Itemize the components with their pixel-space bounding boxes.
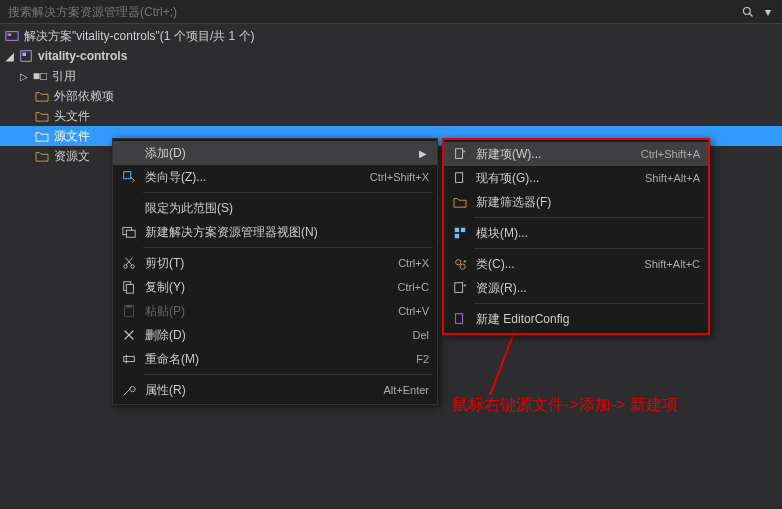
menu-scope-label: 限定为此范围(S) xyxy=(141,200,429,217)
folder-icon xyxy=(34,108,50,124)
resource-icon xyxy=(448,280,472,296)
expander-icon[interactable]: ▷ xyxy=(18,70,30,82)
svg-rect-8 xyxy=(126,230,135,237)
submenu-class[interactable]: 类(C)... Shift+Alt+C xyxy=(444,252,708,276)
menu-cut-label: 剪切(T) xyxy=(141,255,386,272)
search-icon[interactable] xyxy=(738,2,758,22)
submenu-module[interactable]: 模块(M)... xyxy=(444,221,708,245)
module-icon xyxy=(448,225,472,241)
svg-rect-20 xyxy=(461,228,465,232)
new-view-icon xyxy=(117,224,141,240)
menu-new-view[interactable]: 新建解决方案资源管理器视图(N) xyxy=(113,220,437,244)
menu-copy[interactable]: 复制(Y) Ctrl+C xyxy=(113,275,437,299)
menu-rename[interactable]: 重命名(M) F2 xyxy=(113,347,437,371)
shortcut: F2 xyxy=(404,353,429,365)
solution-node[interactable]: 解决方案"vitality-controls"(1 个项目/共 1 个) xyxy=(0,26,782,46)
svg-rect-3 xyxy=(8,33,12,36)
svg-point-9 xyxy=(124,265,128,269)
context-menu: 添加(D) ▶ 类向导(Z)... Ctrl+Shift+X 限定为此范围(S)… xyxy=(112,138,438,405)
menu-copy-label: 复制(Y) xyxy=(141,279,386,296)
menu-separator xyxy=(143,192,433,193)
shortcut: Shift+Alt+C xyxy=(632,258,700,270)
menu-separator xyxy=(474,217,704,218)
search-dropdown-icon[interactable]: ▾ xyxy=(758,2,778,22)
menu-separator xyxy=(474,303,704,304)
menu-properties-label: 属性(R) xyxy=(141,382,371,399)
submenu-resource-label: 资源(R)... xyxy=(472,280,700,297)
headers-label: 头文件 xyxy=(54,108,90,125)
project-label: vitality-controls xyxy=(38,49,127,63)
submenu-resource[interactable]: 资源(R)... xyxy=(444,276,708,300)
headers-node[interactable]: 头文件 xyxy=(0,106,782,126)
submenu-new-item[interactable]: 新建项(W)... Ctrl+Shift+A xyxy=(444,142,708,166)
menu-properties[interactable]: 属性(R) Alt+Enter xyxy=(113,378,437,402)
paste-icon xyxy=(117,303,141,319)
svg-rect-12 xyxy=(126,284,133,293)
menu-scope-to-this[interactable]: 限定为此范围(S) xyxy=(113,196,437,220)
menu-delete-label: 删除(D) xyxy=(141,327,400,344)
svg-rect-18 xyxy=(456,173,463,183)
menu-delete[interactable]: 删除(D) Del xyxy=(113,323,437,347)
svg-rect-21 xyxy=(455,234,459,238)
svg-point-22 xyxy=(456,260,461,265)
solution-explorer-search: ▾ xyxy=(0,0,782,24)
references-node[interactable]: ▷ ■□ 引用 xyxy=(0,66,782,86)
existing-item-icon xyxy=(448,170,472,186)
svg-point-0 xyxy=(744,7,751,14)
cut-icon xyxy=(117,255,141,271)
svg-rect-6 xyxy=(124,172,131,179)
menu-new-view-label: 新建解决方案资源管理器视图(N) xyxy=(141,224,429,241)
search-input[interactable] xyxy=(4,5,738,19)
solution-icon xyxy=(4,28,20,44)
submenu-editorconfig[interactable]: 新建 EditorConfig xyxy=(444,307,708,331)
solution-label: 解决方案"vitality-controls"(1 个项目/共 1 个) xyxy=(24,28,255,45)
project-node[interactable]: ◢ vitality-controls xyxy=(0,46,782,66)
blank-icon xyxy=(117,200,141,216)
shortcut: Shift+Alt+A xyxy=(633,172,700,184)
editorconfig-icon xyxy=(448,311,472,327)
shortcut: Ctrl+X xyxy=(386,257,429,269)
external-deps-node[interactable]: 外部依赖项 xyxy=(0,86,782,106)
menu-cut[interactable]: 剪切(T) Ctrl+X xyxy=(113,251,437,275)
properties-icon xyxy=(117,382,141,398)
submenu-new-filter[interactable]: 新建筛选器(F) xyxy=(444,190,708,214)
references-label: 引用 xyxy=(52,68,76,85)
svg-rect-5 xyxy=(23,53,27,57)
menu-paste-label: 粘贴(P) xyxy=(141,303,386,320)
shortcut: Ctrl+Shift+X xyxy=(358,171,429,183)
svg-point-23 xyxy=(460,264,465,269)
menu-separator xyxy=(143,374,433,375)
svg-rect-25 xyxy=(456,314,463,324)
submenu-new-item-label: 新建项(W)... xyxy=(472,146,629,163)
submenu-class-label: 类(C)... xyxy=(472,256,632,273)
svg-rect-17 xyxy=(456,149,463,159)
submenu-existing-item[interactable]: 现有项(G)... Shift+Alt+A xyxy=(444,166,708,190)
submenu-arrow-icon: ▶ xyxy=(417,148,429,159)
expander-icon[interactable]: ◢ xyxy=(4,50,16,62)
menu-separator xyxy=(143,247,433,248)
menu-separator xyxy=(474,248,704,249)
shortcut: Alt+Enter xyxy=(371,384,429,396)
menu-paste: 粘贴(P) Ctrl+V xyxy=(113,299,437,323)
submenu-module-label: 模块(M)... xyxy=(472,225,700,242)
svg-rect-15 xyxy=(124,356,135,361)
shortcut: Ctrl+C xyxy=(386,281,429,293)
menu-class-wizard[interactable]: 类向导(Z)... Ctrl+Shift+X xyxy=(113,165,437,189)
shortcut: Del xyxy=(400,329,429,341)
menu-add[interactable]: 添加(D) ▶ xyxy=(113,141,437,165)
new-item-icon xyxy=(448,146,472,162)
svg-rect-14 xyxy=(126,305,131,308)
menu-add-label: 添加(D) xyxy=(141,145,417,162)
folder-icon xyxy=(34,148,50,164)
submenu-existing-item-label: 现有项(G)... xyxy=(472,170,633,187)
shortcut: Ctrl+V xyxy=(386,305,429,317)
shortcut: Ctrl+Shift+A xyxy=(629,148,700,160)
menu-rename-label: 重命名(M) xyxy=(141,351,404,368)
resources-label: 资源文 xyxy=(54,148,90,165)
copy-icon xyxy=(117,279,141,295)
submenu-new-filter-label: 新建筛选器(F) xyxy=(472,194,700,211)
add-submenu: 新建项(W)... Ctrl+Shift+A 现有项(G)... Shift+A… xyxy=(442,138,710,335)
external-deps-label: 外部依赖项 xyxy=(54,88,114,105)
new-filter-icon xyxy=(448,194,472,210)
references-icon: ■□ xyxy=(32,68,48,84)
